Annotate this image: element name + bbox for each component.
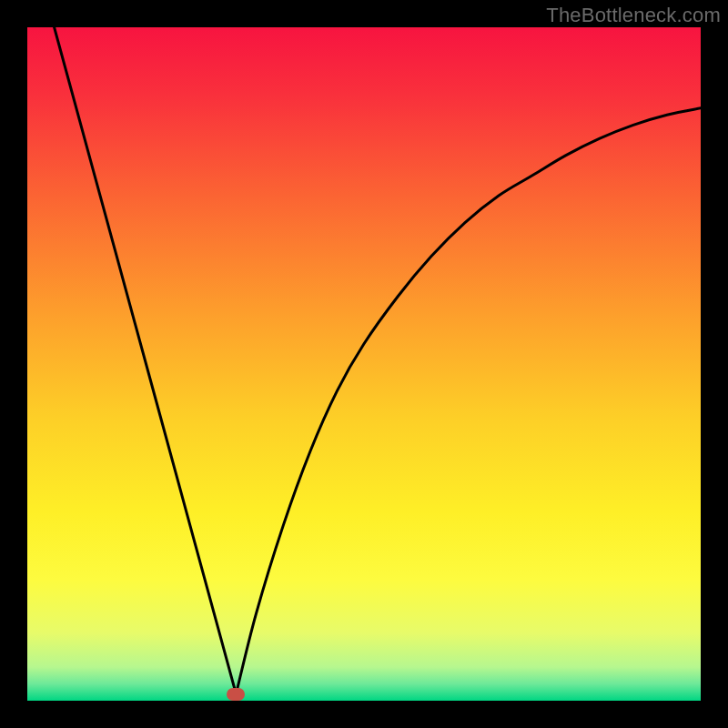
curve-layer — [27, 27, 701, 701]
plot-area — [27, 27, 701, 701]
chart-frame: TheBottleneck.com — [0, 0, 728, 728]
dip-marker — [227, 688, 245, 701]
watermark-text: TheBottleneck.com — [546, 4, 721, 27]
